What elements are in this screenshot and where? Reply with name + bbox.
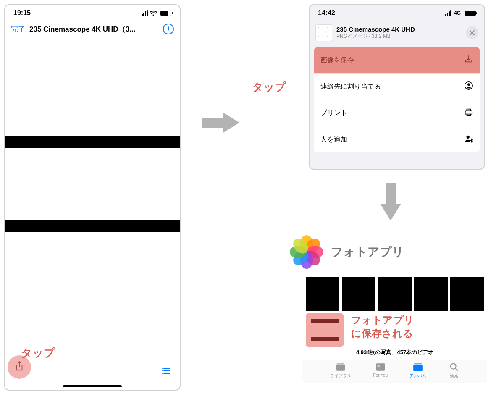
wifi-icon — [150, 10, 157, 16]
tap-annotation: タップ — [252, 80, 286, 94]
action-list: 画像を保存 連絡先に割り当てる プリント 人を追加 — [310, 47, 484, 152]
action-label: 画像を保存 — [320, 56, 354, 65]
list-icon[interactable] — [161, 365, 171, 378]
saved-highlight — [306, 313, 344, 347]
tab-album[interactable]: アルバム — [410, 362, 426, 379]
tab-label: ライブラリ — [330, 373, 351, 379]
svg-rect-6 — [336, 365, 345, 371]
share-header: 235 Cinemascope 4K UHD PNGイメージ · 33.2 MB — [310, 19, 484, 47]
share-sheet: 14:42 4G 235 Cinemascope 4K UHD PNGイメージ … — [309, 4, 485, 170]
thumbnail-row — [286, 277, 487, 311]
status-bar: 14:42 4G — [310, 5, 484, 19]
save-image-action[interactable]: 画像を保存 — [314, 47, 480, 74]
share-file-name: 235 Cinemascope 4K UHD — [336, 26, 462, 33]
tap-annotation: タップ — [21, 346, 55, 360]
battery-icon — [465, 10, 476, 16]
photos-app-icon — [290, 235, 323, 269]
photo-thumb[interactable] — [342, 277, 375, 311]
foryou-icon — [375, 362, 386, 372]
action-label: プリント — [320, 109, 347, 118]
assign-contact-action[interactable]: 連絡先に割り当てる — [314, 74, 480, 100]
tab-label: 検索 — [450, 373, 458, 379]
svg-point-2 — [467, 83, 470, 86]
printer-icon — [464, 108, 473, 118]
download-icon — [464, 55, 473, 66]
photo-thumb[interactable] — [450, 277, 484, 311]
cinemascope-bar — [5, 136, 180, 148]
signal-icon — [142, 10, 148, 16]
person-add-icon — [464, 134, 473, 145]
tab-search[interactable]: 検索 — [449, 362, 459, 379]
status-bar: 19:15 — [5, 5, 180, 19]
clock: 14:42 — [318, 9, 335, 17]
preview-phone: 19:15 完了 235 Cinemascope 4K UHD（3... — [4, 4, 181, 391]
nav-bar: 完了 235 Cinemascope 4K UHD（3... — [5, 19, 180, 39]
home-indicator — [63, 385, 122, 387]
search-icon — [449, 362, 459, 372]
arrow-right-icon — [202, 110, 239, 135]
photo-count: 4,934枚の写真、457本のビデオ — [302, 349, 487, 356]
photo-thumb[interactable] — [306, 277, 339, 311]
share-file-meta: PNGイメージ · 33.2 MB — [336, 33, 462, 40]
battery-icon — [160, 10, 171, 16]
svg-rect-11 — [415, 363, 422, 364]
photos-app-section: フォトアプリ フォトアプリに保存される 4,934枚の写真、457本のビデオ ラ… — [286, 235, 487, 383]
cinemascope-bar — [5, 220, 180, 232]
clock: 19:15 — [13, 9, 31, 17]
tab-library[interactable]: ライブラリ — [330, 362, 351, 379]
photos-title: フォトアプリ — [331, 244, 404, 260]
bottom-toolbar — [5, 361, 180, 382]
done-button[interactable]: 完了 — [11, 24, 25, 34]
action-label: 人を追加 — [320, 135, 347, 144]
svg-rect-10 — [414, 365, 423, 371]
svg-marker-0 — [202, 112, 239, 133]
tab-bar: ライブラリ For You アルバム 検索 — [302, 360, 487, 383]
photo-thumb[interactable] — [378, 277, 412, 311]
tab-foryou[interactable]: For You — [373, 362, 388, 379]
library-icon — [335, 362, 346, 372]
markup-icon[interactable] — [163, 24, 174, 34]
photo-thumb[interactable] — [414, 277, 448, 311]
file-title: 235 Cinemascope 4K UHD（3... — [29, 24, 159, 34]
print-action[interactable]: プリント — [314, 100, 480, 126]
svg-rect-7 — [337, 363, 344, 364]
svg-rect-9 — [377, 365, 380, 368]
add-person-action[interactable]: 人を追加 — [314, 126, 480, 152]
svg-marker-5 — [380, 183, 401, 220]
preview-content — [5, 39, 180, 350]
album-icon — [412, 362, 423, 372]
network-label: 4G — [454, 10, 461, 16]
share-icon[interactable] — [14, 361, 24, 373]
tab-label: For You — [373, 373, 388, 378]
action-label: 連絡先に割り当てる — [320, 82, 381, 91]
close-icon — [470, 30, 475, 35]
close-button[interactable] — [466, 26, 478, 39]
file-thumb-icon — [315, 24, 332, 41]
signal-icon — [445, 10, 452, 16]
arrow-down-icon — [378, 183, 403, 220]
svg-point-3 — [467, 136, 470, 139]
tab-label: アルバム — [410, 373, 426, 379]
person-circle-icon — [464, 81, 473, 92]
saved-annotation: フォトアプリに保存される — [351, 313, 414, 341]
